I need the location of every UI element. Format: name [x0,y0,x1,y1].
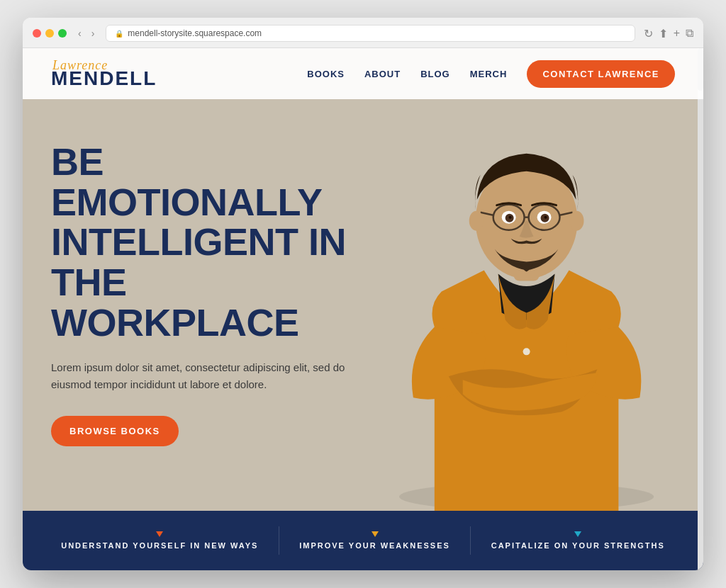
divider-2 [470,526,471,555]
bottom-item-1: UNDERSTAND YOURSELF IN NEW WAYS [61,531,258,550]
new-tab-icon[interactable]: + [674,27,680,40]
scrollbar[interactable] [698,48,703,570]
hero-content: BE EMOTIONALLY INTELLIGENT IN THE WORKPL… [51,135,376,446]
nav-merch[interactable]: MERCH [470,69,508,79]
close-button[interactable] [33,29,41,38]
website-wrapper: Lawrence MENDELL BOOKS ABOUT BLOG MERCH … [23,48,703,570]
bottom-label-1: UNDERSTAND YOURSELF IN NEW WAYS [61,541,258,550]
svg-point-11 [508,216,511,219]
svg-point-14 [544,216,547,219]
minimize-button[interactable] [45,29,54,38]
dot-yellow [372,531,379,537]
url-text: mendell-storysite.squarespace.com [128,28,262,38]
dot-teal [574,531,581,537]
traffic-lights [33,29,67,38]
browser-window: ‹ › 🔒 mendell-storysite.squarespace.com … [23,18,703,570]
hero-section: BE EMOTIONALLY INTELLIGENT IN THE WORKPL… [23,99,703,511]
bottom-label-2: IMPROVE YOUR WEAKNESSES [299,541,450,550]
forward-button[interactable]: › [89,26,98,40]
browser-controls: ‹ › [75,26,97,40]
lock-icon: 🔒 [115,30,123,38]
logo: Lawrence MENDELL [51,59,157,89]
back-button[interactable]: ‹ [75,26,84,40]
browse-books-button[interactable]: BROWSE BOOKS [51,416,179,446]
bottom-label-3: CAPITALIZE ON YOUR STRENGTHS [491,541,665,550]
bottom-item-2: IMPROVE YOUR WEAKNESSES [299,531,450,550]
tabs-icon[interactable]: ⧉ [686,27,693,40]
navbar: Lawrence MENDELL BOOKS ABOUT BLOG MERCH … [23,48,703,99]
person-illustration [350,99,703,511]
hero-image [350,99,703,511]
nav-blog[interactable]: BLOG [420,69,450,79]
svg-point-15 [469,211,484,231]
reload-button[interactable]: ↻ [644,27,653,40]
nav-about[interactable]: ABOUT [364,69,401,79]
divider-1 [279,526,279,555]
fullscreen-button[interactable] [58,29,67,38]
hero-title: BE EMOTIONALLY INTELLIGENT IN THE WORKPL… [51,142,376,342]
svg-point-16 [569,211,583,231]
bottom-item-3: CAPITALIZE ON YOUR STRENGTHS [491,531,665,550]
logo-main: MENDELL [51,69,157,89]
browser-chrome: ‹ › 🔒 mendell-storysite.squarespace.com … [23,18,703,48]
address-bar[interactable]: 🔒 mendell-storysite.squarespace.com [106,25,635,42]
nav-books[interactable]: BOOKS [307,69,345,79]
contact-button[interactable]: CONTACT LAWRENCE [527,60,675,88]
nav-links: BOOKS ABOUT BLOG MERCH CONTACT LAWRENCE [307,60,675,88]
browser-actions: ↻ ⬆ + ⧉ [644,27,693,40]
dot-orange [156,531,163,537]
hero-body: Lorem ipsum dolor sit amet, consectetur … [51,359,363,393]
share-icon[interactable]: ⬆ [659,27,668,40]
bottom-bar: UNDERSTAND YOURSELF IN NEW WAYS IMPROVE … [23,511,703,570]
svg-point-1 [523,348,530,355]
website: Lawrence MENDELL BOOKS ABOUT BLOG MERCH … [23,48,703,570]
